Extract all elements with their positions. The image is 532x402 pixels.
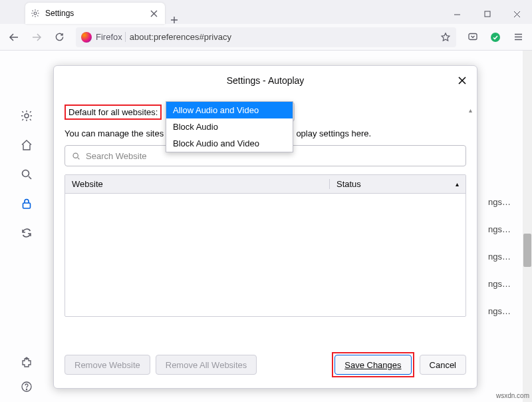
bookmark-star-icon[interactable] (440, 32, 451, 43)
sidebar-bottom (0, 357, 53, 393)
column-status[interactable]: Status ▴ (330, 179, 466, 189)
dialog-scrollbar[interactable]: ▴▾ (469, 104, 475, 114)
option-block-audio-video[interactable]: Block Audio and Video (166, 135, 293, 152)
svg-point-4 (25, 114, 29, 118)
maximize-button[interactable] (472, 4, 502, 24)
default-label: Default for all websites: (65, 104, 162, 120)
tab-title: Settings (45, 9, 142, 18)
option-block-audio[interactable]: Block Audio (166, 118, 293, 135)
svg-rect-1 (485, 11, 490, 17)
app-menu-button[interactable] (508, 27, 528, 47)
site-identity: Firefox (96, 32, 126, 42)
sync-icon[interactable] (20, 226, 33, 240)
close-tab-icon[interactable] (148, 7, 160, 19)
option-allow-audio-video[interactable]: Allow Audio and Video (166, 102, 293, 118)
url-text: about:preferences#privacy (130, 32, 231, 42)
dialog-footer: Remove Website Remove All Websites Save … (54, 344, 477, 388)
gear-icon (31, 9, 40, 18)
svg-point-9 (26, 389, 27, 389)
help-icon[interactable] (21, 381, 33, 393)
website-table: Website Status ▴ (65, 174, 466, 317)
home-icon[interactable] (20, 138, 33, 152)
nav-toolbar: Firefox about:preferences#privacy (0, 24, 532, 51)
dialog-title: Settings - Autoplay (227, 75, 305, 86)
svg-point-10 (73, 153, 78, 158)
search-icon[interactable] (20, 168, 33, 181)
cancel-button[interactable]: Cancel (420, 355, 466, 375)
remove-all-websites-button[interactable]: Remove All Websites (156, 355, 257, 375)
general-icon[interactable] (20, 109, 33, 122)
back-button[interactable] (4, 27, 24, 47)
privacy-icon[interactable] (20, 197, 33, 210)
minimize-button[interactable] (442, 4, 472, 24)
window-controls (442, 4, 532, 24)
bg-truncated-rows: ngs… ngs… ngs… ngs… ngs… (488, 197, 525, 316)
sort-caret-icon: ▴ (456, 180, 459, 188)
extension-icon[interactable] (485, 27, 505, 47)
dialog-header: Settings - Autoplay (54, 66, 477, 95)
settings-sidebar (0, 51, 53, 240)
svg-point-5 (23, 170, 29, 177)
firefox-icon (81, 32, 92, 43)
search-icon (72, 152, 80, 160)
column-website[interactable]: Website (65, 179, 330, 189)
remove-website-button[interactable]: Remove Website (65, 355, 150, 375)
browser-tab[interactable]: Settings (25, 3, 165, 24)
default-autoplay-dropdown[interactable]: Allow Audio and Video Block Audio Block … (166, 101, 293, 152)
svg-point-0 (34, 12, 37, 15)
reload-button[interactable] (49, 27, 69, 47)
page-scrollbar[interactable] (523, 51, 532, 402)
svg-rect-2 (469, 33, 477, 39)
save-changes-button[interactable]: Save Changes (334, 355, 411, 375)
table-body-empty (65, 194, 466, 316)
svg-rect-6 (23, 203, 31, 208)
svg-point-3 (491, 33, 500, 42)
close-window-button[interactable] (502, 4, 532, 24)
save-to-pocket-icon[interactable] (463, 27, 483, 47)
extensions-icon[interactable] (21, 357, 33, 369)
titlebar: Settings (0, 0, 532, 24)
url-bar[interactable]: Firefox about:preferences#privacy (76, 27, 456, 47)
new-tab-button[interactable] (165, 16, 184, 24)
forward-button[interactable] (27, 27, 47, 47)
close-icon[interactable] (456, 74, 469, 87)
watermark: wsxdn.com (496, 392, 529, 399)
